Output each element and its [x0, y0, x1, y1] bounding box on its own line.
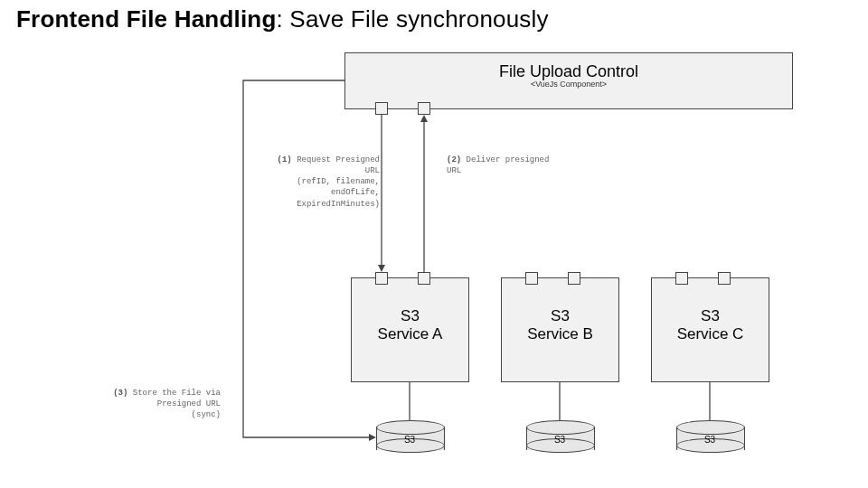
- annotation-line: Deliver presigned: [467, 155, 550, 164]
- annotation-line: Request Presigned: [297, 155, 380, 164]
- storage-s3-c: S3: [676, 420, 743, 453]
- component-stereotype: <VueJs Component>: [345, 80, 792, 89]
- annotation-line: ExpiredInMinutes): [297, 200, 380, 209]
- annotation-3: (3) Store the File via Presigned URL (sy…: [112, 388, 221, 420]
- service-label: S3 Service C: [652, 278, 769, 344]
- annotation-line: endOfLife,: [331, 188, 380, 197]
- component-s3-service-b: S3 Service B: [501, 277, 619, 382]
- port-icon: [418, 102, 430, 115]
- component-file-upload-control: File Upload Control <VueJs Component>: [344, 52, 793, 109]
- annotation-num: (1): [278, 155, 292, 164]
- component-s3-service-c: S3 Service C: [651, 277, 769, 382]
- annotation-line: URL: [365, 166, 380, 175]
- annotation-line: (refID, filename,: [297, 177, 380, 186]
- annotation-1: (1) Request Presigned URL (refID, filena…: [271, 155, 380, 210]
- annotation-num: (2): [447, 155, 461, 164]
- svg-marker-4: [369, 434, 376, 441]
- annotation-line: Store the File via: [133, 389, 221, 398]
- component-s3-service-a: S3 Service A: [351, 277, 469, 382]
- service-label: S3 Service A: [352, 278, 468, 344]
- title-bold: Frontend File Handling: [16, 5, 277, 33]
- page-title: Frontend File Handling: Save File synchr…: [16, 5, 549, 33]
- port-icon: [525, 272, 538, 285]
- storage-label: S3: [676, 435, 743, 445]
- annotation-2: (2) Deliver presigned URL: [447, 155, 555, 176]
- svg-marker-1: [378, 265, 385, 272]
- annotation-line: Presigned URL: [157, 399, 221, 408]
- storage-label: S3: [526, 435, 593, 445]
- port-icon: [718, 272, 731, 285]
- annotation-num: (3): [113, 389, 127, 398]
- port-icon: [568, 272, 580, 285]
- port-icon: [375, 102, 388, 115]
- port-icon: [418, 272, 430, 285]
- svg-marker-3: [420, 115, 428, 122]
- storage-s3-a: S3: [376, 420, 443, 453]
- storage-label: S3: [376, 435, 443, 445]
- title-rest: : Save File synchronously: [277, 5, 549, 33]
- annotation-line: URL: [447, 166, 461, 175]
- port-icon: [375, 272, 388, 285]
- component-title: File Upload Control: [345, 53, 792, 81]
- service-label: S3 Service B: [502, 278, 618, 344]
- annotation-line: (sync): [192, 410, 221, 419]
- port-icon: [675, 272, 688, 285]
- storage-s3-b: S3: [526, 420, 593, 453]
